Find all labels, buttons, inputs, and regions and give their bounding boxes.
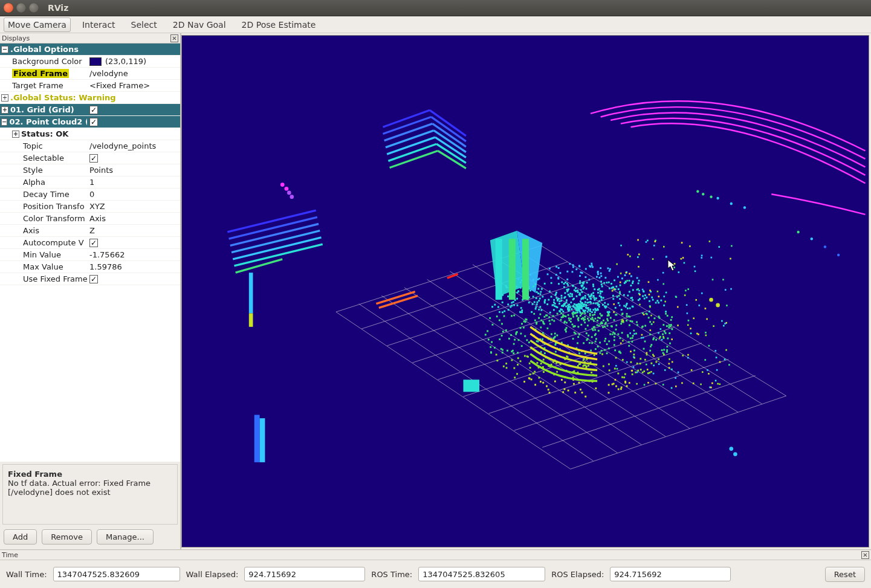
expand-icon[interactable]: + bbox=[1, 94, 8, 102]
svg-rect-810 bbox=[534, 384, 536, 386]
tree-row-fixed-frame[interactable]: Fixed Frame /velodyne bbox=[0, 68, 180, 80]
tree-row-position-transform[interactable]: Position Transfo XYZ bbox=[0, 201, 180, 213]
select-button[interactable]: Select bbox=[127, 18, 161, 32]
svg-rect-838 bbox=[513, 314, 515, 316]
tree-item-global-options[interactable]: −.Global Options bbox=[0, 44, 180, 56]
svg-rect-1055 bbox=[620, 273, 622, 274]
svg-rect-657 bbox=[565, 292, 566, 294]
tree-row-autocompute[interactable]: Autocompute V ✓ bbox=[0, 237, 180, 249]
wall-elapsed-field[interactable] bbox=[244, 567, 365, 581]
collapse-icon[interactable]: − bbox=[1, 118, 7, 126]
autocompute-checkbox[interactable]: ✓ bbox=[89, 239, 98, 247]
window-minimize-button[interactable] bbox=[16, 3, 26, 13]
tree-row-background-color[interactable]: Background Color (23,0,119) bbox=[0, 56, 180, 68]
tree-item-grid[interactable]: +01. Grid (Grid) ✓ bbox=[0, 104, 180, 116]
tree-row-decay[interactable]: Decay Time 0 bbox=[0, 189, 180, 201]
ros-elapsed-field[interactable] bbox=[610, 567, 731, 581]
pointcloud2-enabled-checkbox[interactable]: ✓ bbox=[89, 118, 98, 126]
svg-rect-1114 bbox=[669, 367, 670, 369]
svg-rect-562 bbox=[571, 296, 573, 297]
3d-viewport[interactable] bbox=[181, 35, 869, 548]
svg-rect-842 bbox=[625, 280, 627, 282]
svg-rect-977 bbox=[620, 245, 622, 247]
svg-rect-867 bbox=[542, 332, 544, 334]
tree-row-axis[interactable]: Axis Z bbox=[0, 225, 180, 237]
window-maximize-button[interactable] bbox=[29, 3, 39, 13]
displays-panel-header[interactable]: Displays ✕ bbox=[0, 33, 180, 44]
manage-button[interactable]: Manage... bbox=[97, 529, 154, 544]
svg-rect-467 bbox=[670, 326, 672, 328]
2d-nav-goal-button[interactable]: 2D Nav Goal bbox=[169, 18, 230, 32]
svg-rect-822 bbox=[614, 319, 615, 321]
svg-rect-743 bbox=[636, 321, 638, 323]
svg-rect-559 bbox=[620, 337, 621, 339]
tree-row-topic[interactable]: Topic /velodyne_points bbox=[0, 140, 180, 152]
svg-rect-421 bbox=[540, 309, 542, 311]
svg-rect-932 bbox=[584, 396, 586, 398]
svg-rect-833 bbox=[491, 306, 493, 308]
svg-rect-362 bbox=[632, 335, 634, 337]
expand-icon[interactable]: + bbox=[12, 131, 19, 138]
svg-rect-938 bbox=[614, 279, 615, 281]
svg-rect-203 bbox=[558, 283, 560, 285]
tree-item-global-status[interactable]: +.Global Status: Warning bbox=[0, 92, 180, 104]
add-button[interactable]: Add bbox=[4, 529, 37, 544]
svg-rect-349 bbox=[670, 319, 672, 321]
move-camera-button[interactable]: Move Camera bbox=[4, 18, 71, 32]
svg-rect-324 bbox=[615, 325, 617, 326]
2d-pose-estimate-button[interactable]: 2D Pose Estimate bbox=[238, 18, 320, 32]
svg-rect-593 bbox=[574, 303, 575, 305]
svg-rect-998 bbox=[659, 328, 661, 330]
svg-rect-651 bbox=[621, 387, 623, 389]
svg-rect-769 bbox=[589, 298, 591, 300]
tree-row-max-value[interactable]: Max Value 1.59786 bbox=[0, 261, 180, 273]
svg-rect-471 bbox=[593, 326, 595, 328]
svg-rect-1122 bbox=[631, 370, 633, 372]
svg-rect-1071 bbox=[698, 334, 699, 335]
color-swatch[interactable] bbox=[89, 57, 102, 66]
svg-rect-685 bbox=[611, 287, 613, 289]
collapse-icon[interactable]: − bbox=[1, 46, 8, 53]
svg-rect-706 bbox=[625, 306, 627, 308]
svg-rect-1104 bbox=[629, 332, 631, 334]
tree-row-status-ok[interactable]: +Status: OK bbox=[0, 128, 180, 140]
svg-rect-1107 bbox=[641, 334, 643, 336]
svg-rect-207 bbox=[584, 352, 586, 354]
tree-row-min-value[interactable]: Min Value -1.75662 bbox=[0, 249, 180, 261]
svg-rect-747 bbox=[609, 311, 610, 313]
tree-row-alpha[interactable]: Alpha 1 bbox=[0, 176, 180, 189]
interact-button[interactable]: Interact bbox=[78, 18, 120, 32]
window-close-button[interactable] bbox=[4, 3, 13, 13]
time-panel-close-icon[interactable]: ✕ bbox=[861, 551, 869, 559]
selectable-checkbox[interactable]: ✓ bbox=[89, 154, 98, 163]
svg-rect-542 bbox=[567, 284, 569, 286]
svg-rect-1110 bbox=[681, 258, 682, 260]
svg-rect-607 bbox=[528, 302, 530, 303]
svg-rect-794 bbox=[517, 278, 519, 280]
expand-icon[interactable]: + bbox=[1, 106, 8, 114]
svg-rect-904 bbox=[561, 317, 563, 318]
reset-button[interactable]: Reset bbox=[825, 567, 865, 582]
tree-row-style[interactable]: Style Points bbox=[0, 164, 180, 176]
time-panel-header[interactable]: Time ✕ bbox=[0, 550, 871, 560]
tree-row-target-frame[interactable]: Target Frame <Fixed Frame> bbox=[0, 80, 180, 92]
svg-rect-823 bbox=[618, 302, 620, 304]
tree-row-selectable[interactable]: Selectable ✓ bbox=[0, 152, 180, 164]
use-fixed-frame-checkbox[interactable]: ✓ bbox=[89, 275, 98, 283]
svg-rect-501 bbox=[608, 340, 610, 342]
svg-rect-960 bbox=[516, 331, 518, 333]
tree-item-pointcloud2[interactable]: −02. Point Cloud2 ( ✓ bbox=[0, 116, 180, 128]
tree-row-use-fixed-frame[interactable]: Use Fixed Frame ✓ bbox=[0, 273, 180, 285]
displays-tree[interactable]: −.Global Options Background Color (23,0,… bbox=[0, 44, 180, 462]
grid-enabled-checkbox[interactable]: ✓ bbox=[89, 106, 98, 114]
wall-time-field[interactable] bbox=[53, 567, 180, 581]
svg-rect-544 bbox=[591, 336, 593, 338]
svg-rect-713 bbox=[586, 308, 588, 309]
ros-time-field[interactable] bbox=[418, 567, 545, 581]
tree-row-color-transform[interactable]: Color Transform Axis bbox=[0, 213, 180, 225]
displays-panel-close-icon[interactable]: ✕ bbox=[170, 34, 178, 42]
remove-button[interactable]: Remove bbox=[42, 529, 92, 544]
svg-rect-613 bbox=[600, 292, 601, 294]
svg-rect-95 bbox=[540, 291, 542, 293]
svg-rect-524 bbox=[584, 316, 586, 318]
